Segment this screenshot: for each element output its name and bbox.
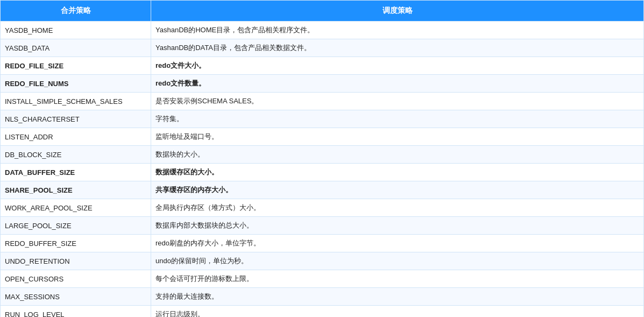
param-name: LARGE_POOL_SIZE: [1, 217, 151, 235]
param-name: LISTEN_ADDR: [1, 128, 151, 146]
param-description: 共享缓存区的内存大小。: [151, 181, 644, 199]
param-name: RUN_LOG_LEVEL: [1, 306, 151, 318]
param-name: MAX_SESSIONS: [1, 288, 151, 306]
params-table: 合并策略 调度策略 YASDB_HOMEYashanDB的HOME目录，包含产品…: [0, 0, 644, 317]
param-description: 是否安装示例SCHEMA SALES。: [151, 93, 644, 110]
param-name: REDO_FILE_NUMS: [1, 75, 151, 93]
param-description: 数据库内部大数据块的总大小。: [151, 217, 644, 235]
param-description: 字符集。: [151, 110, 644, 128]
param-name: YASDB_DATA: [1, 39, 151, 57]
param-description: redo刷盘的内存大小，单位字节。: [151, 235, 644, 252]
param-description: 数据缓存区的大小。: [151, 164, 644, 181]
table-row: DB_BLOCK_SIZE数据块的大小。: [1, 146, 644, 164]
param-name: UNDO_RETENTION: [1, 252, 151, 270]
table-row: INSTALL_SIMPLE_SCHEMA_SALES是否安装示例SCHEMA …: [1, 93, 644, 110]
param-name: DATA_BUFFER_SIZE: [1, 164, 151, 181]
param-name: SHARE_POOL_SIZE: [1, 181, 151, 199]
param-name: REDO_FILE_SIZE: [1, 57, 151, 75]
param-description: 监听地址及端口号。: [151, 128, 644, 146]
param-name: NLS_CHARACTERSET: [1, 110, 151, 128]
param-name: OPEN_CURSORS: [1, 270, 151, 288]
table-row: MAX_SESSIONS支持的最大连接数。: [1, 288, 644, 306]
header-merge-strategy: 合并策略: [1, 1, 151, 22]
param-description: 全局执行内存区（堆方式）大小。: [151, 199, 644, 217]
param-description: YashanDB的DATA目录，包含产品相关数据文件。: [151, 39, 644, 57]
param-name: WORK_AREA_POOL_SIZE: [1, 199, 151, 217]
table-header-row: 合并策略 调度策略: [1, 1, 644, 22]
param-description: 运行日志级别。: [151, 306, 644, 318]
table-row: UNDO_RETENTIONundo的保留时间，单位为秒。: [1, 252, 644, 270]
table-row: YASDB_HOMEYashanDB的HOME目录，包含产品相关程序文件。: [1, 22, 644, 39]
table-row: WORK_AREA_POOL_SIZE全局执行内存区（堆方式）大小。: [1, 199, 644, 217]
table-row: DATA_BUFFER_SIZE数据缓存区的大小。: [1, 164, 644, 181]
table-row: REDO_FILE_NUMSredo文件数量。: [1, 75, 644, 93]
param-description: 每个会话可打开的游标数上限。: [151, 270, 644, 288]
param-description: 数据块的大小。: [151, 146, 644, 164]
param-description: YashanDB的HOME目录，包含产品相关程序文件。: [151, 22, 644, 39]
param-name: REDO_BUFFER_SIZE: [1, 235, 151, 252]
table-row: RUN_LOG_LEVEL运行日志级别。: [1, 306, 644, 318]
table-row: REDO_BUFFER_SIZEredo刷盘的内存大小，单位字节。: [1, 235, 644, 252]
header-schedule-strategy: 调度策略: [151, 1, 644, 22]
param-name: DB_BLOCK_SIZE: [1, 146, 151, 164]
param-description: undo的保留时间，单位为秒。: [151, 252, 644, 270]
param-description: redo文件大小。: [151, 57, 644, 75]
table-row: OPEN_CURSORS每个会话可打开的游标数上限。: [1, 270, 644, 288]
param-description: redo文件数量。: [151, 75, 644, 93]
param-name: INSTALL_SIMPLE_SCHEMA_SALES: [1, 93, 151, 110]
table-row: NLS_CHARACTERSET字符集。: [1, 110, 644, 128]
table-row: SHARE_POOL_SIZE共享缓存区的内存大小。: [1, 181, 644, 199]
param-name: YASDB_HOME: [1, 22, 151, 39]
table-row: YASDB_DATAYashanDB的DATA目录，包含产品相关数据文件。: [1, 39, 644, 57]
param-description: 支持的最大连接数。: [151, 288, 644, 306]
table-row: LARGE_POOL_SIZE数据库内部大数据块的总大小。: [1, 217, 644, 235]
table-row: LISTEN_ADDR监听地址及端口号。: [1, 128, 644, 146]
table-row: REDO_FILE_SIZEredo文件大小。: [1, 57, 644, 75]
